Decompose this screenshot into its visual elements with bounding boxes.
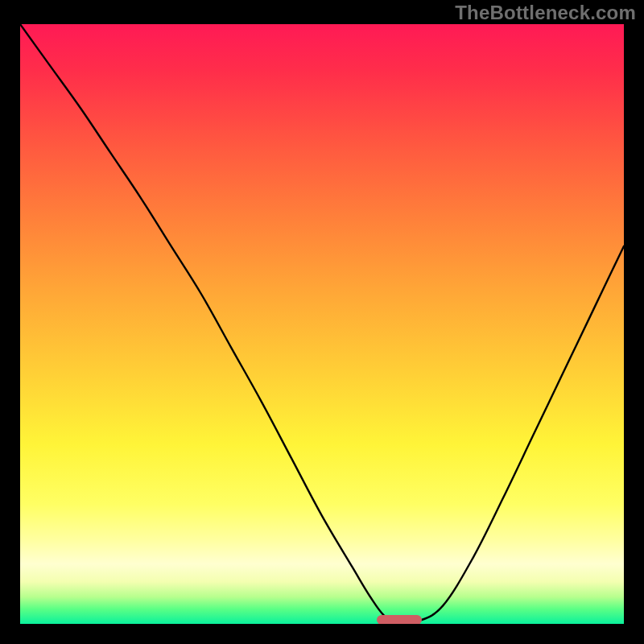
chart-container: TheBottleneck.com xyxy=(0,0,644,644)
plot-area xyxy=(20,24,624,624)
bottleneck-curve xyxy=(20,24,624,624)
watermark-text: TheBottleneck.com xyxy=(455,2,636,24)
optimum-marker xyxy=(377,615,422,624)
